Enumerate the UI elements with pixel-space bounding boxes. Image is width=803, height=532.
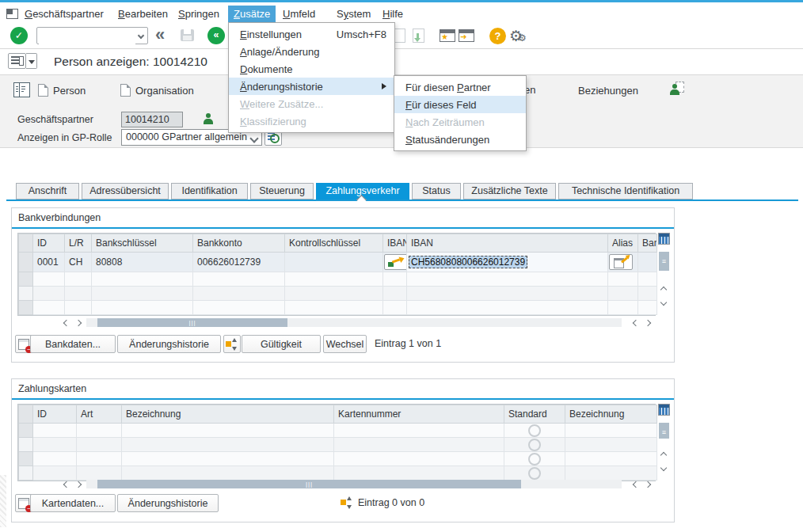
- vertical-scrollbar-thumb[interactable]: ≡: [659, 252, 669, 271]
- col-bezeichnung[interactable]: Bezeichnung: [122, 405, 334, 424]
- menu-item-einstellungen[interactable]: Einstellungen Umsch+F8: [229, 25, 394, 43]
- row-select-cell[interactable]: [19, 438, 33, 452]
- iban-expand-icon[interactable]: [384, 254, 407, 270]
- partner-field[interactable]: 10014210: [121, 112, 183, 127]
- row-select-cell[interactable]: [19, 287, 33, 301]
- col-iban-icon[interactable]: IBAN: [383, 234, 407, 253]
- back-icon[interactable]: «: [155, 25, 165, 45]
- standard-radio[interactable]: [528, 453, 541, 466]
- horizontal-scrollbar[interactable]: |||: [86, 318, 622, 327]
- col-bezeichnung-2[interactable]: Bezeichnung: [565, 405, 657, 424]
- wechsel-button[interactable]: Wechsel: [323, 335, 367, 353]
- col-id[interactable]: ID: [33, 234, 65, 253]
- col-kontrollschluessel[interactable]: Kontrollschlüssel: [285, 234, 383, 253]
- scroll-left-icon[interactable]: [630, 479, 641, 490]
- cell-kontrollschluessel[interactable]: [285, 253, 383, 272]
- menu-item-dokumente[interactable]: Dokumente: [229, 60, 394, 78]
- iban-selected-value[interactable]: CH5680808006626012739: [409, 256, 527, 268]
- horizontal-scrollbar-thumb[interactable]: |||: [97, 318, 287, 327]
- scroll-right-icon[interactable]: [642, 317, 653, 329]
- col-bankschluessel[interactable]: Bankschlüssel: [92, 234, 193, 253]
- menu-item-anlage-aenderung[interactable]: Anlage/Änderung: [229, 43, 394, 60]
- menu-springen[interactable]: Springen: [173, 6, 225, 23]
- scroll-left-icon[interactable]: [61, 317, 72, 329]
- download-icon[interactable]: [413, 28, 424, 43]
- scroll-up-icon[interactable]: [658, 450, 669, 461]
- customize-gears-icon[interactable]: ⚙⚙: [509, 28, 527, 46]
- submenu-item-fuer-diesen-partner[interactable]: Für diesen Partner: [394, 78, 526, 96]
- submenu-item-fuer-dieses-feld[interactable]: Für dieses Feld: [394, 96, 526, 113]
- row-select-cell[interactable]: [19, 466, 33, 481]
- command-field[interactable]: [36, 27, 148, 44]
- tab-steuerung[interactable]: Steuerung: [250, 183, 314, 200]
- scroll-down-icon[interactable]: [658, 297, 669, 308]
- cell-bankkonto[interactable]: 006626012739: [193, 253, 285, 272]
- organize-button[interactable]: [223, 335, 241, 353]
- services-icon[interactable]: [8, 53, 26, 69]
- col-iban[interactable]: IBAN: [407, 234, 608, 253]
- table-settings-icon[interactable]: [658, 404, 670, 416]
- favorites-window-icon[interactable]: ★: [440, 29, 455, 42]
- tab-anschrift[interactable]: Anschrift: [16, 183, 79, 200]
- scroll-left-icon[interactable]: [630, 317, 641, 329]
- title-dropdown-icon[interactable]: [26, 53, 37, 69]
- relationships-icon[interactable]: [669, 82, 685, 96]
- standard-radio[interactable]: [528, 424, 541, 437]
- tab-status[interactable]: Status: [412, 183, 461, 200]
- menu-item-aenderungshistorie[interactable]: Änderungshistorie: [229, 78, 394, 95]
- col-bankkonto[interactable]: Bankkonto: [193, 234, 285, 253]
- scroll-right-icon[interactable]: [73, 479, 84, 490]
- cell-bank[interactable]: [638, 253, 657, 272]
- horizontal-scrollbar-thumb[interactable]: |||: [97, 480, 521, 488]
- person-button[interactable]: Person: [38, 81, 86, 100]
- standard-radio[interactable]: [528, 439, 541, 451]
- help-icon[interactable]: ?: [489, 28, 506, 44]
- scroll-right-icon[interactable]: [73, 317, 84, 329]
- menu-umfeld[interactable]: Umfeld: [277, 6, 321, 23]
- shortcut-window-icon[interactable]: ➜: [459, 29, 474, 42]
- tab-zusaetzliche-texte[interactable]: Zusätzliche Texte: [463, 183, 556, 200]
- cell-iban[interactable]: CH5680808006626012739: [407, 253, 608, 272]
- menu-hilfe[interactable]: Hilfe: [377, 6, 409, 23]
- alias-window-icon[interactable]: [609, 254, 633, 270]
- cell-id[interactable]: 0001: [33, 253, 65, 272]
- enter-icon[interactable]: ✓: [10, 27, 28, 44]
- tab-identifikation[interactable]: Identifikation: [171, 183, 248, 200]
- back-circle-icon[interactable]: «: [207, 27, 225, 44]
- col-id[interactable]: ID: [33, 405, 77, 424]
- select-all-cell[interactable]: [19, 405, 33, 424]
- scroll-up-icon[interactable]: [658, 284, 669, 295]
- organize-icon[interactable]: [341, 496, 353, 511]
- submenu-item-statusaenderungen[interactable]: Statusänderungen: [394, 131, 526, 148]
- bankdaten-button[interactable]: Bankdaten...: [30, 335, 116, 353]
- row-select-cell[interactable]: [19, 452, 33, 466]
- print-icon[interactable]: [394, 28, 405, 43]
- col-bank[interactable]: Bank: [638, 234, 657, 253]
- col-alias[interactable]: Alias: [608, 234, 638, 253]
- row-select-cell[interactable]: [19, 301, 33, 315]
- gueltigkeit-button[interactable]: Gültigkeit: [242, 335, 321, 353]
- scroll-down-icon[interactable]: [658, 462, 669, 473]
- col-art[interactable]: Art: [77, 405, 122, 424]
- row-select-cell[interactable]: [19, 253, 33, 272]
- row-select-cell[interactable]: [19, 272, 33, 287]
- col-standard[interactable]: Standard: [504, 405, 565, 424]
- aenderungshistorie-button[interactable]: Änderungshistorie: [117, 335, 221, 353]
- menu-geschaeftspartner[interactable]: Geschäftspartner: [19, 6, 109, 23]
- command-input[interactable]: [39, 28, 135, 44]
- organisation-button[interactable]: Organisation: [120, 81, 194, 100]
- chevron-down-icon[interactable]: [138, 32, 144, 39]
- scroll-left-icon[interactable]: [61, 479, 72, 490]
- aenderungshistorie-button[interactable]: Änderungshistorie: [117, 494, 219, 512]
- menu-bearbeiten[interactable]: Bearbeiten: [112, 6, 173, 23]
- col-lr[interactable]: L/R: [65, 234, 92, 253]
- locator-icon[interactable]: [13, 82, 30, 97]
- col-kartennummer[interactable]: Kartennummer: [334, 405, 504, 424]
- cell-lr[interactable]: CH: [65, 253, 92, 272]
- scroll-right-icon[interactable]: [642, 479, 653, 490]
- menu-zusaetze[interactable]: Zusätze: [228, 6, 276, 23]
- vertical-scrollbar-thumb[interactable]: ≡: [659, 423, 669, 439]
- cell-bankschluessel[interactable]: 80808: [92, 253, 193, 272]
- beziehungen-button[interactable]: Beziehungen: [578, 81, 638, 100]
- system-menu-icon[interactable]: [6, 9, 18, 19]
